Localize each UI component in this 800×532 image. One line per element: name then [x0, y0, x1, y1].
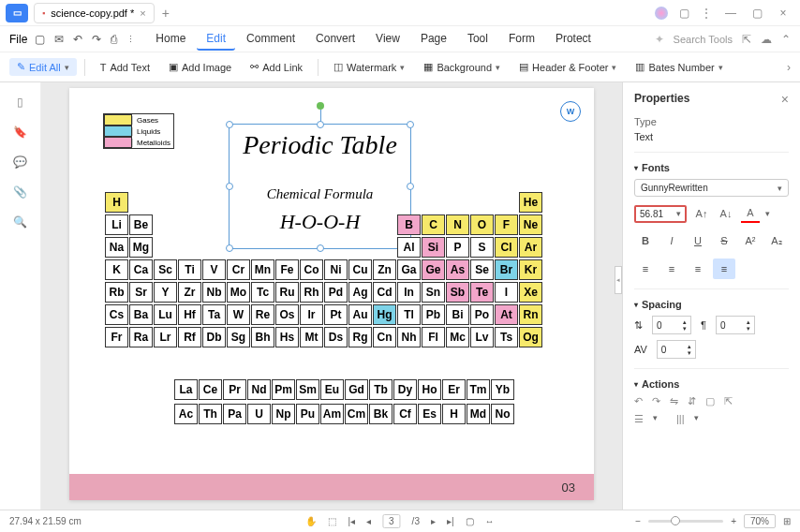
menu-page[interactable]: Page [411, 28, 456, 51]
add-text-button[interactable]: TAdd Text [93, 59, 157, 76]
spacing-section-header[interactable]: Spacing [634, 299, 789, 310]
more-icon[interactable]: ⋮ [701, 7, 712, 20]
redo-icon[interactable]: ↷ [92, 33, 101, 46]
resize-handle-bl[interactable] [226, 244, 233, 252]
menu-form[interactable]: Form [499, 28, 544, 51]
assistant-icon[interactable]: ✦ [655, 33, 664, 46]
font-family-select[interactable]: GunnyRewritten ▾ [634, 179, 789, 197]
word-export-badge[interactable]: W [560, 101, 581, 122]
next-page-icon[interactable]: ▸ [431, 516, 436, 526]
resize-handle-mr[interactable] [407, 183, 414, 190]
strikethrough-button[interactable]: S [713, 230, 735, 251]
bold-button[interactable]: B [634, 230, 657, 251]
notification-icon[interactable]: ▢ [679, 7, 689, 20]
search-panel-icon[interactable]: 🔍 [13, 215, 27, 229]
flip-vertical-icon[interactable]: ⇵ [688, 395, 696, 407]
flip-horizontal-icon[interactable]: ⇋ [670, 395, 678, 407]
menu-edit[interactable]: Edit [197, 28, 235, 51]
search-tools-input[interactable]: Search Tools [674, 34, 733, 45]
add-image-button[interactable]: ▣Add Image [161, 58, 239, 76]
menu-convert[interactable]: Convert [306, 28, 364, 51]
actions-section-header[interactable]: Actions [634, 378, 789, 390]
bates-number-button[interactable]: ▥Bates Number▾ [628, 58, 730, 76]
extract-icon[interactable]: ⇱ [724, 395, 733, 407]
zoom-thumb[interactable] [671, 516, 680, 525]
underline-button[interactable]: U [687, 230, 709, 251]
menu-protect[interactable]: Protect [546, 28, 600, 51]
fit-width-icon[interactable]: ↔ [485, 516, 495, 526]
thumbnails-icon[interactable]: ▯ [17, 96, 23, 109]
align-justify-button[interactable]: ≡ [713, 259, 735, 279]
fit-page-icon[interactable]: ▢ [466, 516, 474, 526]
crop-icon[interactable]: ▢ [705, 395, 715, 407]
align-center-button[interactable]: ≡ [660, 259, 683, 279]
watermark-button[interactable]: ◫Watermark▾ [326, 58, 412, 76]
list-icon[interactable]: ☰ [634, 413, 644, 425]
increase-font-icon[interactable]: A↑ [692, 204, 711, 223]
first-page-icon[interactable]: |◂ [348, 516, 355, 526]
resize-handle-tr[interactable] [407, 121, 414, 128]
resize-handle-ml[interactable] [226, 183, 233, 190]
last-page-icon[interactable]: ▸| [447, 516, 454, 526]
paragraph-spacing-input[interactable]: 0▴▾ [716, 316, 755, 334]
minimize-button[interactable]: — [723, 7, 738, 20]
comments-icon[interactable]: 💬 [13, 155, 27, 169]
close-button[interactable]: × [776, 7, 791, 20]
header-footer-button[interactable]: ▤Header & Footer▾ [511, 58, 624, 76]
font-color-icon[interactable]: A [741, 204, 760, 223]
add-link-button[interactable]: ⚯Add Link [243, 58, 310, 76]
subscript-button[interactable]: A₂ [765, 230, 788, 251]
rotate-left-icon[interactable]: ↶ [634, 395, 643, 407]
menu-view[interactable]: View [366, 28, 409, 51]
rotate-right-icon[interactable]: ↷ [652, 395, 660, 407]
char-spacing-input[interactable]: 0▴▾ [657, 340, 696, 359]
fonts-section-header[interactable]: Fonts [634, 162, 789, 173]
hand-tool-icon[interactable]: ✋ [305, 516, 317, 526]
attachments-icon[interactable]: 📎 [13, 185, 27, 199]
zoom-slider[interactable] [648, 520, 723, 523]
right-expand-handle[interactable]: ◂ [615, 266, 622, 294]
edit-all-button[interactable]: ✎ Edit All ▾ [9, 58, 77, 76]
align-right-button[interactable]: ≡ [687, 259, 709, 279]
close-properties-icon[interactable]: × [781, 92, 789, 107]
menu-home[interactable]: Home [146, 28, 195, 51]
document-tab[interactable]: ▪ science-copy.pdf * × [34, 3, 155, 23]
share-icon[interactable]: ⇱ [742, 33, 751, 46]
columns-icon[interactable]: ||| [676, 413, 685, 425]
select-tool-icon[interactable]: ⬚ [328, 516, 336, 526]
save-icon[interactable]: ▢ [35, 33, 45, 46]
expand-icon[interactable]: ⌃ [781, 33, 791, 46]
mail-icon[interactable]: ✉ [54, 33, 64, 46]
zoom-out-icon[interactable]: − [635, 516, 641, 526]
more-quickaccess-icon[interactable]: ⋮ [126, 35, 135, 44]
file-menu[interactable]: File [9, 33, 27, 46]
doc-subtitle-text[interactable]: Chemical Formula [233, 186, 407, 202]
resize-handle-bc[interactable] [317, 244, 324, 252]
page-number-input[interactable]: 3 [382, 514, 401, 528]
align-left-button[interactable]: ≡ [634, 259, 657, 279]
zoom-in-icon[interactable]: + [731, 516, 736, 526]
view-mode-icon[interactable]: ⊞ [783, 516, 791, 526]
italic-button[interactable]: I [660, 230, 683, 251]
prev-page-icon[interactable]: ◂ [366, 516, 371, 526]
maximize-button[interactable]: ▢ [749, 7, 764, 20]
bookmarks-icon[interactable]: 🔖 [13, 126, 27, 139]
superscript-button[interactable]: A² [739, 230, 762, 251]
menu-comment[interactable]: Comment [237, 28, 304, 51]
toolbar-overflow-icon[interactable]: › [787, 61, 791, 74]
undo-icon[interactable]: ↶ [73, 33, 82, 46]
doc-title-text[interactable]: Periodic Table [233, 130, 407, 160]
font-size-input[interactable]: 56.81 ▾ [634, 205, 687, 223]
decrease-font-icon[interactable]: A↓ [717, 204, 735, 223]
cloud-icon[interactable]: ☁ [761, 33, 772, 46]
add-tab-button[interactable]: + [162, 6, 170, 21]
background-button[interactable]: ▦Background▾ [416, 58, 508, 76]
ai-icon[interactable] [655, 7, 668, 20]
document-page[interactable]: W GasesLiquidsMetalloids Periodic Table … [69, 88, 594, 500]
resize-handle-tc[interactable] [317, 121, 324, 128]
zoom-level[interactable]: 70% [744, 514, 776, 528]
line-spacing-input[interactable]: 0▴▾ [652, 316, 691, 334]
print-icon[interactable]: ⎙ [111, 33, 117, 46]
rotate-handle[interactable] [317, 102, 324, 110]
menu-tool[interactable]: Tool [458, 28, 497, 51]
